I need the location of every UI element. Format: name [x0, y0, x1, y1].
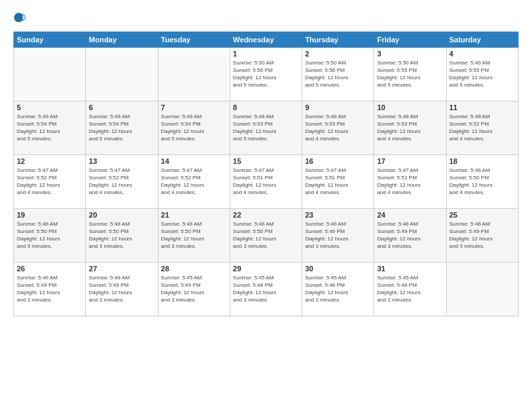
- day-info: Sunrise: 5:47 AM Sunset: 5:52 PM Dayligh…: [89, 167, 154, 197]
- header-row: SundayMondayTuesdayWednesdayThursdayFrid…: [14, 32, 519, 47]
- day-info: Sunrise: 5:46 AM Sunset: 5:50 PM Dayligh…: [161, 220, 227, 250]
- day-info: Sunrise: 5:46 AM Sunset: 5:49 PM Dayligh…: [17, 274, 83, 304]
- week-row-4: 19Sunrise: 5:46 AM Sunset: 5:50 PM Dayli…: [14, 208, 519, 262]
- day-number: 11: [449, 103, 515, 111]
- week-row-1: 1Sunrise: 5:50 AM Sunset: 5:56 PM Daylig…: [14, 47, 519, 101]
- day-header-sunday: Sunday: [14, 32, 86, 47]
- day-number: 15: [233, 157, 299, 165]
- day-info: Sunrise: 5:46 AM Sunset: 5:49 PM Dayligh…: [305, 220, 371, 250]
- day-number: 7: [161, 103, 227, 111]
- day-info: Sunrise: 5:45 AM Sunset: 5:49 PM Dayligh…: [161, 274, 227, 304]
- calendar-cell: 18Sunrise: 5:46 AM Sunset: 5:50 PM Dayli…: [446, 154, 518, 208]
- day-header-monday: Monday: [86, 32, 158, 47]
- day-info: Sunrise: 5:46 AM Sunset: 5:50 PM Dayligh…: [89, 220, 154, 250]
- day-number: 1: [233, 50, 299, 58]
- day-number: 5: [17, 103, 83, 111]
- day-info: Sunrise: 5:49 AM Sunset: 5:54 PM Dayligh…: [17, 113, 83, 143]
- day-header-thursday: Thursday: [302, 32, 374, 47]
- day-number: 27: [89, 265, 154, 273]
- day-number: 30: [305, 265, 371, 273]
- calendar-cell: 11Sunrise: 5:48 AM Sunset: 5:52 PM Dayli…: [446, 101, 518, 154]
- day-number: 10: [377, 103, 443, 111]
- calendar-cell: 19Sunrise: 5:46 AM Sunset: 5:50 PM Dayli…: [14, 208, 86, 262]
- day-info: Sunrise: 5:48 AM Sunset: 5:53 PM Dayligh…: [377, 113, 443, 143]
- day-number: 16: [305, 157, 371, 165]
- day-number: 8: [233, 103, 299, 111]
- day-number: 2: [305, 50, 371, 58]
- day-number: 24: [377, 211, 443, 219]
- calendar-cell: 4Sunrise: 5:49 AM Sunset: 5:55 PM Daylig…: [446, 47, 518, 101]
- calendar-cell: 1Sunrise: 5:50 AM Sunset: 5:56 PM Daylig…: [230, 47, 302, 101]
- calendar-cell: 15Sunrise: 5:47 AM Sunset: 5:51 PM Dayli…: [230, 154, 302, 208]
- calendar-page: SundayMondayTuesdayWednesdayThursdayFrid…: [0, 0, 532, 411]
- day-info: Sunrise: 5:50 AM Sunset: 5:55 PM Dayligh…: [377, 59, 443, 89]
- week-row-5: 26Sunrise: 5:46 AM Sunset: 5:49 PM Dayli…: [14, 262, 519, 316]
- day-number: 6: [89, 103, 154, 111]
- calendar-cell: 26Sunrise: 5:46 AM Sunset: 5:49 PM Dayli…: [14, 262, 86, 316]
- calendar-cell: 27Sunrise: 5:46 AM Sunset: 5:49 PM Dayli…: [86, 262, 158, 316]
- header: [13, 10, 519, 25]
- calendar-cell: 31Sunrise: 5:45 AM Sunset: 5:48 PM Dayli…: [374, 262, 446, 316]
- day-number: 20: [89, 211, 154, 219]
- day-info: Sunrise: 5:46 AM Sunset: 5:49 PM Dayligh…: [89, 274, 154, 304]
- calendar-cell: 9Sunrise: 5:48 AM Sunset: 5:53 PM Daylig…: [302, 101, 374, 154]
- logo: [13, 10, 30, 25]
- day-number: 26: [17, 265, 83, 273]
- day-info: Sunrise: 5:46 AM Sunset: 5:50 PM Dayligh…: [233, 220, 299, 250]
- day-number: 4: [449, 50, 515, 58]
- calendar-cell: 10Sunrise: 5:48 AM Sunset: 5:53 PM Dayli…: [374, 101, 446, 154]
- day-number: 29: [233, 265, 299, 273]
- calendar-cell: 7Sunrise: 5:49 AM Sunset: 5:54 PM Daylig…: [158, 101, 230, 154]
- day-number: 3: [377, 50, 443, 58]
- calendar-cell: 30Sunrise: 5:45 AM Sunset: 5:48 PM Dayli…: [302, 262, 374, 316]
- day-number: 28: [161, 265, 227, 273]
- calendar-cell: 20Sunrise: 5:46 AM Sunset: 5:50 PM Dayli…: [86, 208, 158, 262]
- day-info: Sunrise: 5:45 AM Sunset: 5:48 PM Dayligh…: [305, 274, 371, 304]
- calendar-cell: 13Sunrise: 5:47 AM Sunset: 5:52 PM Dayli…: [86, 154, 158, 208]
- day-number: 17: [377, 157, 443, 165]
- calendar-cell: 25Sunrise: 5:46 AM Sunset: 5:49 PM Dayli…: [446, 208, 518, 262]
- day-info: Sunrise: 5:47 AM Sunset: 5:51 PM Dayligh…: [233, 167, 299, 197]
- day-info: Sunrise: 5:46 AM Sunset: 5:49 PM Dayligh…: [377, 220, 443, 250]
- day-number: 12: [17, 157, 83, 165]
- day-header-wednesday: Wednesday: [230, 32, 302, 47]
- calendar-cell: 5Sunrise: 5:49 AM Sunset: 5:54 PM Daylig…: [14, 101, 86, 154]
- calendar-cell: 29Sunrise: 5:45 AM Sunset: 5:48 PM Dayli…: [230, 262, 302, 316]
- day-number: 19: [17, 211, 83, 219]
- day-number: 9: [305, 103, 371, 111]
- day-number: 13: [89, 157, 154, 165]
- day-number: 25: [449, 211, 515, 219]
- day-info: Sunrise: 5:50 AM Sunset: 5:56 PM Dayligh…: [233, 59, 299, 89]
- calendar-cell: 17Sunrise: 5:47 AM Sunset: 5:51 PM Dayli…: [374, 154, 446, 208]
- day-info: Sunrise: 5:48 AM Sunset: 5:53 PM Dayligh…: [233, 113, 299, 143]
- day-info: Sunrise: 5:49 AM Sunset: 5:54 PM Dayligh…: [161, 113, 227, 143]
- day-header-friday: Friday: [374, 32, 446, 47]
- day-info: Sunrise: 5:47 AM Sunset: 5:52 PM Dayligh…: [17, 167, 83, 197]
- calendar-cell: 2Sunrise: 5:50 AM Sunset: 5:56 PM Daylig…: [302, 47, 374, 101]
- calendar-cell: 14Sunrise: 5:47 AM Sunset: 5:52 PM Dayli…: [158, 154, 230, 208]
- calendar-cell: [158, 47, 230, 101]
- day-info: Sunrise: 5:47 AM Sunset: 5:51 PM Dayligh…: [305, 167, 371, 197]
- day-info: Sunrise: 5:45 AM Sunset: 5:48 PM Dayligh…: [233, 274, 299, 304]
- logo-icon: [13, 11, 27, 24]
- day-info: Sunrise: 5:47 AM Sunset: 5:52 PM Dayligh…: [161, 167, 227, 197]
- day-info: Sunrise: 5:50 AM Sunset: 5:56 PM Dayligh…: [305, 59, 371, 89]
- calendar-cell: [14, 47, 86, 101]
- calendar-cell: 12Sunrise: 5:47 AM Sunset: 5:52 PM Dayli…: [14, 154, 86, 208]
- day-number: 21: [161, 211, 227, 219]
- day-number: 31: [377, 265, 443, 273]
- day-info: Sunrise: 5:47 AM Sunset: 5:51 PM Dayligh…: [377, 167, 443, 197]
- day-header-tuesday: Tuesday: [158, 32, 230, 47]
- day-info: Sunrise: 5:46 AM Sunset: 5:49 PM Dayligh…: [449, 220, 515, 250]
- day-info: Sunrise: 5:48 AM Sunset: 5:52 PM Dayligh…: [449, 113, 515, 143]
- day-info: Sunrise: 5:46 AM Sunset: 5:50 PM Dayligh…: [449, 167, 515, 197]
- day-info: Sunrise: 5:46 AM Sunset: 5:50 PM Dayligh…: [17, 220, 83, 250]
- week-row-2: 5Sunrise: 5:49 AM Sunset: 5:54 PM Daylig…: [14, 101, 519, 154]
- week-row-3: 12Sunrise: 5:47 AM Sunset: 5:52 PM Dayli…: [14, 154, 519, 208]
- svg-point-0: [14, 13, 24, 22]
- day-number: 18: [449, 157, 515, 165]
- calendar-cell: 6Sunrise: 5:49 AM Sunset: 5:54 PM Daylig…: [86, 101, 158, 154]
- calendar-cell: 21Sunrise: 5:46 AM Sunset: 5:50 PM Dayli…: [158, 208, 230, 262]
- day-number: 14: [161, 157, 227, 165]
- day-info: Sunrise: 5:49 AM Sunset: 5:55 PM Dayligh…: [449, 59, 515, 89]
